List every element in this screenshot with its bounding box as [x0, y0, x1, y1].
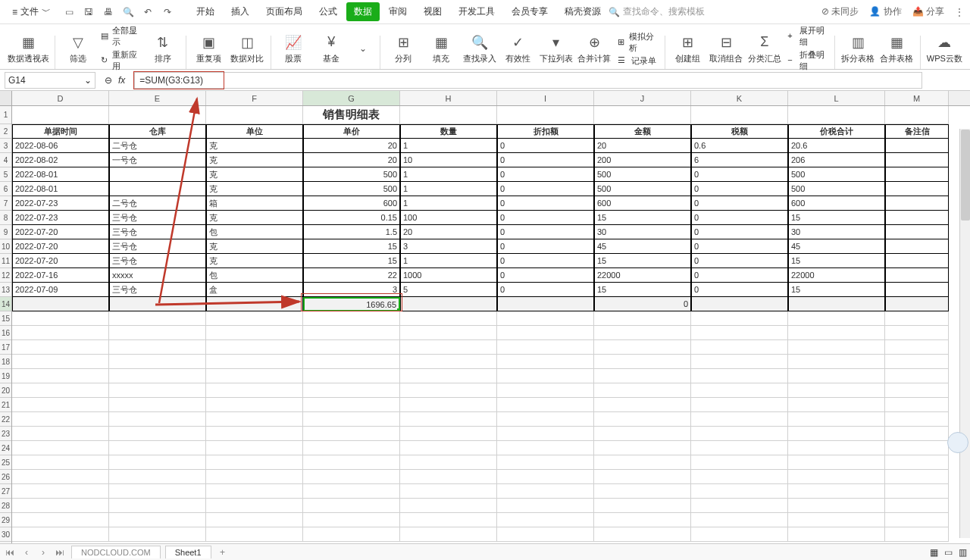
row-header-8[interactable]: 8 — [0, 211, 11, 225]
cell[interactable] — [691, 527, 788, 542]
undo-icon[interactable]: ↶ — [142, 6, 154, 18]
row-header-29[interactable]: 29 — [0, 513, 11, 527]
row-header-7[interactable]: 7 — [0, 196, 11, 211]
cell[interactable]: 45 — [594, 239, 691, 254]
consolidate-button[interactable]: ⊕合并计算 — [576, 28, 613, 69]
cell[interactable]: 15 — [594, 254, 691, 268]
cell[interactable] — [12, 340, 109, 355]
cell[interactable]: 税额 — [691, 124, 788, 139]
record-button[interactable]: ☰记录单 — [618, 55, 657, 67]
cell[interactable]: 30 — [788, 225, 885, 239]
cell[interactable] — [109, 340, 206, 355]
cell[interactable] — [497, 513, 594, 527]
view-mode-icon[interactable]: ▭ — [944, 547, 953, 558]
fill-button[interactable]: ▦填充 — [423, 28, 459, 69]
col-header-K[interactable]: K — [691, 91, 788, 105]
cell[interactable] — [497, 311, 594, 326]
cell[interactable] — [885, 268, 949, 283]
cell[interactable] — [497, 340, 594, 355]
pivot-button[interactable]: ▦数据透视表 — [6, 28, 50, 69]
cell[interactable] — [497, 326, 594, 340]
row-header-16[interactable]: 16 — [0, 326, 11, 340]
cell[interactable] — [109, 484, 206, 499]
col-header-D[interactable]: D — [12, 91, 109, 105]
cell[interactable]: 500 — [594, 182, 691, 196]
stock-button[interactable]: 📈股票 — [275, 28, 311, 69]
menu-tab-插入[interactable]: 插入 — [224, 2, 257, 21]
cell[interactable] — [12, 383, 109, 398]
cell[interactable] — [109, 182, 206, 196]
next-sheet-button[interactable]: › — [36, 546, 50, 558]
cell[interactable]: 备注信 — [885, 124, 949, 139]
col-header-F[interactable]: F — [206, 91, 303, 105]
cell[interactable]: 1.5 — [303, 225, 400, 239]
cell[interactable] — [885, 283, 949, 297]
cell[interactable] — [497, 106, 594, 124]
add-sheet-button[interactable]: + — [216, 547, 230, 558]
cell[interactable] — [109, 441, 206, 455]
cell[interactable] — [109, 412, 206, 427]
cell[interactable] — [303, 484, 400, 499]
cell[interactable]: 折扣额 — [497, 124, 594, 139]
cell[interactable] — [497, 412, 594, 427]
cell[interactable] — [109, 355, 206, 369]
cell[interactable] — [12, 355, 109, 369]
cell[interactable] — [206, 441, 303, 455]
row-header-14[interactable]: 14 — [0, 297, 11, 311]
cell[interactable] — [497, 499, 594, 513]
menu-tab-数据[interactable]: 数据 — [346, 2, 380, 21]
cell[interactable] — [12, 427, 109, 441]
cell[interactable] — [12, 527, 109, 542]
cell[interactable] — [691, 311, 788, 326]
cell[interactable] — [303, 326, 400, 340]
whatif-button[interactable]: ⊞模拟分析 — [618, 31, 657, 54]
cell[interactable] — [497, 369, 594, 383]
cell[interactable]: 5 — [400, 283, 497, 297]
row-header-19[interactable]: 19 — [0, 369, 11, 383]
cell[interactable]: 100 — [400, 211, 497, 225]
cell[interactable] — [109, 455, 206, 470]
cell[interactable]: 1 — [400, 196, 497, 211]
cell[interactable] — [594, 326, 691, 340]
cell[interactable] — [885, 167, 949, 182]
last-sheet-button[interactable]: ⏭ — [53, 546, 67, 558]
dropdown-list-button[interactable]: ▾下拉列表 — [537, 28, 574, 69]
cell[interactable] — [303, 383, 400, 398]
cell[interactable] — [303, 340, 400, 355]
cell[interactable] — [109, 470, 206, 484]
cell[interactable]: 0 — [691, 196, 788, 211]
menu-tab-页面布局[interactable]: 页面布局 — [258, 2, 310, 21]
cell[interactable] — [594, 513, 691, 527]
cell[interactable]: 2022-07-23 — [12, 211, 109, 225]
row-header-3[interactable]: 3 — [0, 139, 11, 153]
cell[interactable] — [788, 412, 885, 427]
duplicates-button[interactable]: ▣重复项 — [191, 28, 227, 69]
cell[interactable]: 3 — [400, 239, 497, 254]
cell[interactable] — [206, 383, 303, 398]
expand-detail-button[interactable]: +展开明细 — [787, 25, 827, 48]
floating-ai-button[interactable] — [947, 432, 968, 453]
cell[interactable]: 0 — [497, 196, 594, 211]
cell[interactable] — [594, 455, 691, 470]
text-to-columns-button[interactable]: ⊞分列 — [385, 28, 421, 69]
grid-body[interactable]: 销售明细表单据时间仓库单位单价数量折扣额金额税额价税合计备注信2022-08-0… — [12, 106, 970, 560]
cell[interactable]: 单位 — [206, 124, 303, 139]
cell[interactable]: 600 — [594, 196, 691, 211]
cell[interactable]: 0.6 — [691, 139, 788, 153]
collab-button[interactable]: 👤 协作 — [869, 5, 901, 18]
group-button[interactable]: ⊞创建组 — [670, 28, 706, 69]
menu-tab-开始[interactable]: 开始 — [189, 2, 222, 21]
cell[interactable] — [303, 369, 400, 383]
prev-sheet-button[interactable]: ‹ — [20, 546, 33, 558]
cell[interactable]: 一号仓 — [109, 153, 206, 167]
cell[interactable] — [885, 106, 949, 124]
cell[interactable] — [400, 499, 497, 513]
cell[interactable] — [594, 355, 691, 369]
row-header-4[interactable]: 4 — [0, 153, 11, 167]
row-header-2[interactable]: 2 — [0, 124, 11, 139]
show-all-button[interactable]: ▤全部显示 — [101, 25, 140, 48]
cell[interactable]: 0 — [497, 254, 594, 268]
cell[interactable]: 20 — [303, 139, 400, 153]
cell[interactable]: 0 — [497, 225, 594, 239]
cell[interactable] — [788, 441, 885, 455]
